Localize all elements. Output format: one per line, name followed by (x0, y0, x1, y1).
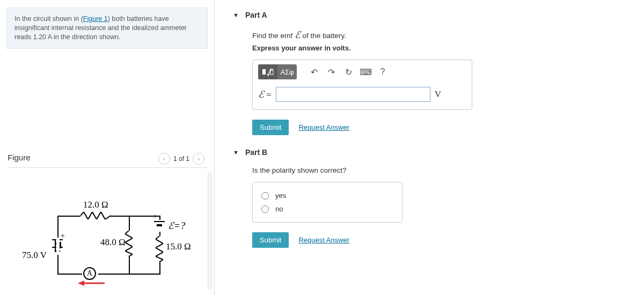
undo-button[interactable]: ↶ (306, 65, 321, 78)
part-b-body: Is the polarity shown correct? yes no Su… (223, 160, 636, 257)
ammeter-icon: A (83, 267, 96, 280)
answer-input[interactable] (276, 87, 430, 102)
r-top-label: 12.0 Ω (83, 200, 108, 210)
plus-right: + (153, 212, 157, 221)
submit-button-b[interactable]: Submit (252, 232, 289, 248)
formula-mode-group: ΑΣφ (258, 64, 297, 79)
figure-link[interactable]: Figure 1 (83, 15, 108, 23)
left-column: In the circuit shown in (Figure 1) both … (0, 0, 215, 295)
part-a-hint: Express your answer in volts. (252, 44, 636, 52)
radio-yes[interactable] (261, 192, 269, 200)
answer-box-b: yes no (252, 182, 402, 223)
reset-button[interactable]: ↻ (341, 65, 356, 78)
svg-marker-1 (78, 281, 84, 286)
figure-scrollbar[interactable] (207, 172, 213, 290)
radio-no[interactable] (261, 205, 269, 213)
part-a-instruction: Find the emf ℰ of the battery. (252, 29, 636, 41)
option-no-label: no (275, 205, 283, 213)
figure-next-button[interactable]: › (193, 153, 204, 165)
circuit-figure: 12.0 Ω 48.0 Ω 15.0 Ω + 75.0 V (19, 188, 196, 290)
v-left-label: 75.0 V (22, 250, 47, 261)
emf-label: ℰ=? (168, 220, 185, 232)
answer-unit: V (435, 89, 441, 100)
part-a-header[interactable]: ▼ Part A (223, 8, 636, 23)
part-b-instruction: Is the polarity shown correct? (252, 166, 636, 174)
greek-button[interactable]: ΑΣφ (277, 64, 297, 79)
current-arrow-icon (78, 279, 105, 290)
figure-heading: Figure (8, 153, 31, 162)
help-button[interactable]: ? (375, 65, 390, 78)
part-b-title: Part B (245, 148, 267, 157)
fraction-sqrt-button[interactable] (258, 64, 277, 79)
r-mid-label: 48.0 Ω (100, 237, 126, 248)
plus-left: + (61, 232, 65, 240)
request-answer-link-b[interactable]: Request Answer (298, 236, 349, 244)
problem-statement: In the circuit shown in (Figure 1) both … (6, 8, 208, 49)
formula-toolbar: ΑΣφ ↶ ↷ ↻ ⌨ ? (258, 64, 466, 79)
right-column: ▼ Part A Find the emf ℰ of the battery. … (223, 0, 636, 257)
answer-line: ℰ = V (258, 87, 466, 102)
answer-box-a: ΑΣφ ↶ ↷ ↻ ⌨ ? ℰ = V (252, 60, 472, 110)
collapse-icon: ▼ (233, 149, 239, 156)
keyboard-button[interactable]: ⌨ (358, 65, 373, 78)
redo-button[interactable]: ↷ (324, 65, 339, 78)
figure-divider (6, 167, 208, 168)
part-b-header[interactable]: ▼ Part B (223, 145, 636, 160)
figure-nav: ‹ 1 of 1 › (158, 153, 204, 165)
option-yes-label: yes (275, 191, 286, 200)
r-right-label: 15.0 Ω (166, 241, 191, 252)
part-a-body: Find the emf ℰ of the battery. Express y… (223, 23, 636, 145)
problem-text-pre: In the circuit shown in ( (14, 15, 83, 23)
option-yes[interactable]: yes (261, 189, 393, 202)
collapse-icon: ▼ (233, 12, 239, 18)
request-answer-link-a[interactable]: Request Answer (298, 123, 349, 131)
svg-rect-3 (270, 70, 273, 75)
figure-counter: 1 of 1 (173, 155, 189, 163)
svg-rect-2 (262, 69, 266, 75)
part-a-title: Part A (245, 11, 267, 19)
option-no[interactable]: no (261, 202, 393, 216)
submit-button-a[interactable]: Submit (252, 120, 289, 135)
answer-var: ℰ = (258, 88, 272, 100)
figure-prev-button[interactable]: ‹ (158, 153, 170, 165)
